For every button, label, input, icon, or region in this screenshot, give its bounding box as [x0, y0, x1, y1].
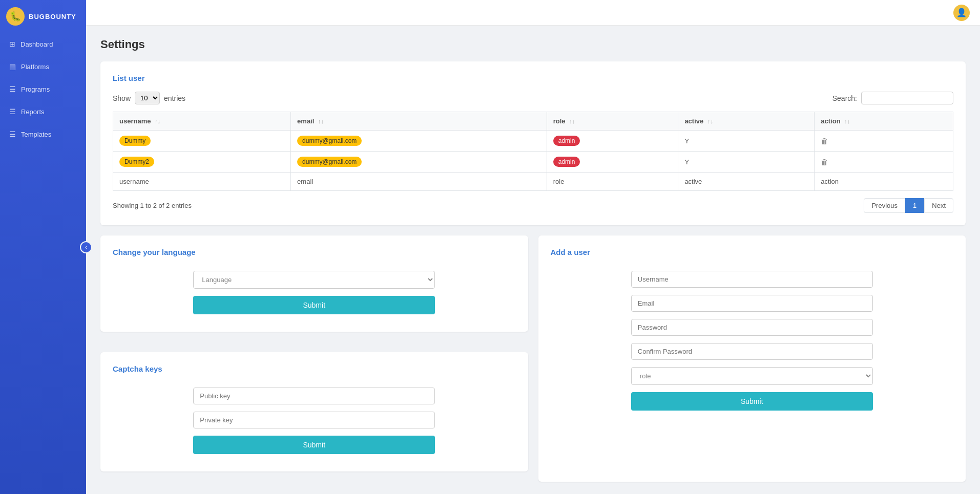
sidebar-item-templates-label: Templates [21, 131, 51, 138]
user-avatar[interactable]: 👤 [953, 5, 970, 21]
col-email: email ↑↓ [291, 112, 547, 131]
sidebar: 🐛 BUGBOUNTY ⊞ Dashboard ▦ Platforms ☰ Pr… [0, 0, 86, 494]
email-badge: dummy@gmail.com [297, 136, 362, 146]
sidebar-item-programs-label: Programs [21, 85, 50, 93]
sidebar-item-platforms-label: Platforms [21, 63, 49, 71]
add-user-form: role admin user Submit [551, 266, 954, 416]
cell-email: dummy@gmail.com [291, 131, 547, 152]
templates-icon: ☰ [9, 130, 16, 138]
new-password-group [631, 319, 873, 336]
dashboard-icon: ⊞ [9, 40, 15, 48]
search-input[interactable] [861, 92, 953, 104]
add-user-inner: role admin user Submit [631, 271, 873, 411]
table-controls: Show 10 25 50 entries Search: [113, 92, 953, 104]
add-user-submit-button[interactable]: Submit [631, 392, 873, 411]
pagination-area: Showing 1 to 2 of 2 entries Previous 1 N… [113, 198, 953, 213]
footer-email: email [291, 173, 547, 191]
confirm-password-group [631, 343, 873, 360]
page-1-button[interactable]: 1 [905, 198, 924, 213]
sort-active-icon: ↑↓ [707, 118, 713, 124]
captcha-submit-button[interactable]: Submit [193, 436, 435, 454]
confirm-password-input[interactable] [631, 343, 873, 360]
change-language-card: Change your language Language English Fr… [100, 235, 528, 332]
search-label: Search: [832, 94, 857, 102]
role-badge: admin [553, 136, 580, 146]
bottom-row: Change your language Language English Fr… [100, 235, 966, 482]
show-label: Show [113, 94, 131, 102]
captcha-form: Submit [113, 382, 516, 459]
new-email-input[interactable] [631, 295, 873, 312]
footer-active: active [678, 173, 815, 191]
list-user-title: List user [113, 74, 953, 82]
add-user-title: Add a user [551, 248, 954, 256]
col-username: username ↑↓ [113, 112, 291, 131]
topbar: 👤 [86, 0, 980, 26]
cell-action: 🗑 [815, 131, 953, 152]
captcha-form-inner: Submit [193, 388, 435, 454]
username-badge: Dummy2 [119, 157, 154, 167]
sort-role-icon: ↑↓ [569, 118, 575, 124]
footer-action: action [815, 173, 953, 191]
logo-icon: 🐛 [6, 7, 25, 26]
email-badge: dummy@gmail.com [297, 157, 362, 167]
pagination-info: Showing 1 to 2 of 2 entries [113, 202, 192, 209]
delete-button[interactable]: 🗑 [821, 158, 828, 166]
language-select-group: Language English French [193, 271, 435, 289]
table-row: Dummydummy@gmail.comadminY🗑 [113, 131, 953, 152]
show-entries: Show 10 25 50 entries [113, 92, 185, 104]
page-content: Settings List user Show 10 25 50 entries… [86, 26, 980, 494]
col-active: active ↑↓ [678, 112, 815, 131]
sidebar-collapse-button[interactable]: ‹ [80, 241, 92, 253]
footer-role: role [547, 173, 678, 191]
public-key-input[interactable] [193, 388, 435, 404]
sidebar-item-reports-label: Reports [21, 108, 45, 116]
public-key-group [193, 388, 435, 404]
sidebar-item-platforms[interactable]: ▦ Platforms [0, 55, 86, 78]
new-email-group [631, 295, 873, 312]
cell-action: 🗑 [815, 152, 953, 173]
new-username-input[interactable] [631, 271, 873, 288]
add-user-card: Add a user [538, 235, 966, 482]
language-select[interactable]: Language English French [193, 271, 435, 289]
bottom-right: Add a user [538, 235, 966, 482]
list-user-card: List user Show 10 25 50 entries Search: [100, 61, 966, 225]
private-key-group [193, 412, 435, 428]
sort-email-icon: ↑↓ [318, 118, 324, 124]
logo-area: 🐛 BUGBOUNTY [0, 0, 86, 33]
prev-button[interactable]: Previous [864, 198, 905, 213]
language-submit-button[interactable]: Submit [193, 296, 435, 314]
sidebar-item-dashboard[interactable]: ⊞ Dashboard [0, 33, 86, 55]
sidebar-item-dashboard-label: Dashboard [20, 40, 53, 48]
role-badge: admin [553, 157, 580, 167]
next-button[interactable]: Next [924, 198, 953, 213]
captcha-keys-card: Captcha keys Submit [100, 352, 528, 471]
col-role: role ↑↓ [547, 112, 678, 131]
language-form: Language English French Submit [113, 266, 516, 319]
cell-role: admin [547, 131, 678, 152]
new-password-input[interactable] [631, 319, 873, 336]
sidebar-item-programs[interactable]: ☰ Programs [0, 78, 86, 100]
private-key-input[interactable] [193, 412, 435, 428]
sort-username-icon: ↑↓ [155, 118, 160, 124]
logo-text: BUGBOUNTY [29, 13, 76, 20]
search-area: Search: [832, 92, 953, 104]
captcha-keys-title: Captcha keys [113, 364, 516, 373]
entries-select[interactable]: 10 25 50 [135, 92, 160, 104]
programs-icon: ☰ [9, 85, 16, 93]
new-username-group [631, 271, 873, 288]
cell-role: admin [547, 152, 678, 173]
users-table: username ↑↓ email ↑↓ role ↑↓ active ↑↓ a… [113, 112, 953, 191]
language-form-inner: Language English French Submit [193, 271, 435, 314]
change-language-title: Change your language [113, 248, 516, 256]
cell-username: Dummy [113, 131, 291, 152]
sidebar-item-reports[interactable]: ☰ Reports [0, 100, 86, 123]
main-content: 👤 Settings List user Show 10 25 50 entri… [86, 0, 980, 494]
sidebar-item-templates[interactable]: ☰ Templates [0, 123, 86, 145]
entries-label: entries [164, 94, 185, 102]
delete-button[interactable]: 🗑 [821, 137, 828, 145]
footer-username: username [113, 173, 291, 191]
new-role-group: role admin user [631, 367, 873, 385]
collapse-icon: ‹ [85, 244, 87, 251]
sort-action-icon: ↑↓ [844, 118, 850, 124]
new-role-select[interactable]: role admin user [631, 367, 873, 385]
